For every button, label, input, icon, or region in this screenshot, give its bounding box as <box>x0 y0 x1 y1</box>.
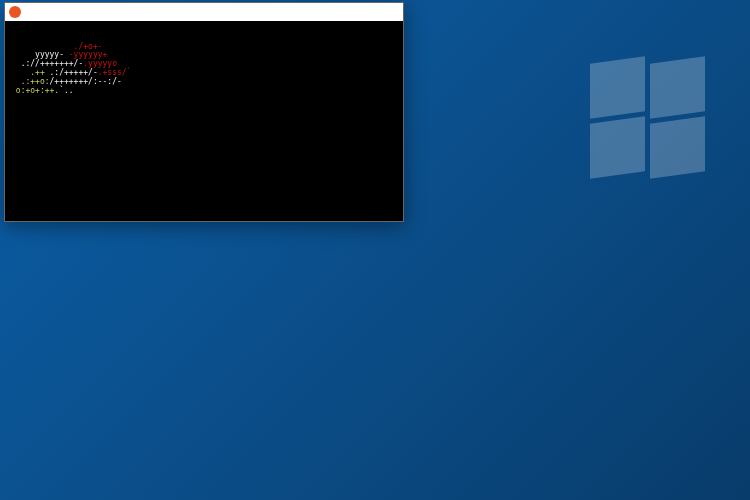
ubuntu-ascii-logo: ./+o+- yyyyy- -yyyyyy+ .://+++++++/-.yyy… <box>11 43 131 96</box>
terminal-body[interactable]: ./+o+- yyyyy- -yyyyyy+ .://+++++++/-.yyy… <box>5 21 403 99</box>
ubuntu-icon <box>9 6 21 18</box>
terminal-ubuntu[interactable]: ./+o+- yyyyy- -yyyyyy+ .://+++++++/-.yyy… <box>4 2 404 222</box>
windows-logo <box>590 60 710 180</box>
titlebar[interactable] <box>5 3 403 21</box>
